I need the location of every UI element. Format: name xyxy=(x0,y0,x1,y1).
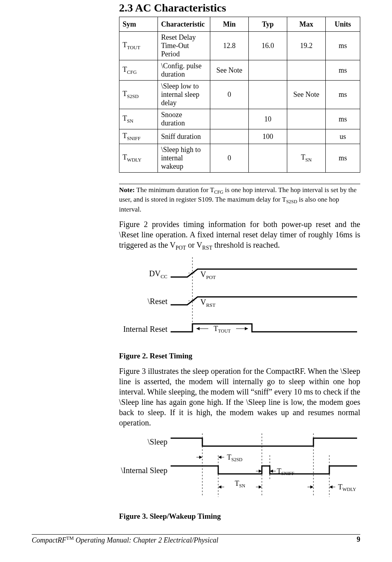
svg-marker-9 xyxy=(196,327,200,330)
note-lead: Note: xyxy=(119,186,135,194)
footer-text: CompactRF xyxy=(32,536,66,544)
svg-text:VRST: VRST xyxy=(200,298,215,308)
note-paragraph: Note: The minimum duration for TCFG is o… xyxy=(119,184,360,214)
svg-text:\Internal Sleep: \Internal Sleep xyxy=(121,466,167,475)
cell-sym: TWDLY xyxy=(119,144,158,173)
cell-typ xyxy=(249,144,287,173)
cell-min: 0 xyxy=(210,144,249,173)
cell-typ: 16.0 xyxy=(249,32,287,60)
cell-sym: TTOUT xyxy=(119,32,158,60)
cell-min: 12.8 xyxy=(210,32,249,60)
footer-left: CompactRFTM Operating Manual: Chapter 2 … xyxy=(32,535,218,545)
footer-text: Operating Manual: Chapter 2 Electrical/P… xyxy=(74,536,218,544)
svg-text:TSN: TSN xyxy=(235,479,246,489)
svg-marker-32 xyxy=(218,485,221,489)
svg-text:DVCC: DVCC xyxy=(149,269,167,279)
svg-marker-37 xyxy=(310,485,313,489)
figure-3-diagram: \Sleep TS2SD \Internal Sleep TSNIFF TSN xyxy=(119,433,360,505)
para-sub: POT xyxy=(175,245,186,251)
cell-typ: 100 xyxy=(249,129,287,144)
svg-marker-11 xyxy=(245,327,248,330)
table-row: TWDLY\Sleep high to internal wakeup0TSNm… xyxy=(119,144,360,173)
cell-characteristic: Reset Delay Time-Out Period xyxy=(158,32,210,60)
note-sub: S2SD xyxy=(286,199,297,205)
svg-marker-39 xyxy=(329,485,332,489)
cell-characteristic: \Sleep low to internal sleep delay xyxy=(158,81,210,109)
cell-max: See Note xyxy=(287,81,326,109)
cell-units: us xyxy=(326,129,360,144)
note-sub: CFG xyxy=(214,189,223,195)
figure-2-diagram: DVCC VPOT \Reset VRST Internal Reset TTO… xyxy=(119,257,360,345)
cell-characteristic: Snooze duration xyxy=(158,109,210,129)
svg-text:TWDLY: TWDLY xyxy=(338,483,356,492)
ac-characteristics-table: Sym Characteristic Min Typ Max Units TTO… xyxy=(119,17,360,173)
cell-characteristic: \Config. pulse duration xyxy=(158,60,210,81)
cell-typ xyxy=(249,60,287,81)
footer-sup: TM xyxy=(66,535,74,541)
cell-units: ms xyxy=(326,109,360,129)
cell-max: TSN xyxy=(287,144,326,173)
col-max: Max xyxy=(287,17,326,32)
svg-text:Internal Reset: Internal Reset xyxy=(123,325,167,333)
table-row: TS2SD\Sleep low to internal sleep delay0… xyxy=(119,81,360,109)
cell-typ: 10 xyxy=(249,109,287,129)
section-heading: 2.3 AC Characteristics xyxy=(119,2,360,14)
cell-sym: TSNIFF xyxy=(119,129,158,144)
figure-3-caption: Figure 3. Sleep/Wakeup Timing xyxy=(119,512,360,521)
cell-typ xyxy=(249,81,287,109)
cell-min: 0 xyxy=(210,81,249,109)
svg-marker-34 xyxy=(259,485,262,489)
table-row: TTOUTReset Delay Time-Out Period12.816.0… xyxy=(119,32,360,60)
paragraph-fig2-intro: Figure 2 provides timing information for… xyxy=(119,219,360,252)
cell-sym: TS2SD xyxy=(119,81,158,109)
table-row: TCFG\Config. pulse durationSee Notems xyxy=(119,60,360,81)
svg-text:\Sleep: \Sleep xyxy=(148,437,167,447)
col-units: Units xyxy=(326,17,360,32)
svg-marker-23 xyxy=(218,456,221,459)
svg-text:VPOT: VPOT xyxy=(200,270,216,280)
page-footer: CompactRFTM Operating Manual: Chapter 2 … xyxy=(32,534,360,545)
table-row: TSNIFFSniff duration100us xyxy=(119,129,360,144)
cell-min xyxy=(210,109,249,129)
svg-text:TSNIFF: TSNIFF xyxy=(277,467,294,476)
page-number: 9 xyxy=(357,535,360,545)
table-header-row: Sym Characteristic Min Typ Max Units xyxy=(119,17,360,32)
cell-units: ms xyxy=(326,81,360,109)
para-sub: RST xyxy=(202,245,213,251)
cell-min xyxy=(210,129,249,144)
table-row: TSNSnooze duration10ms xyxy=(119,109,360,129)
svg-text:\Reset: \Reset xyxy=(148,297,167,306)
cell-max: 19.2 xyxy=(287,32,326,60)
col-sym: Sym xyxy=(119,17,158,32)
para-text: or V xyxy=(186,241,202,249)
para-text: threshold is reached. xyxy=(212,241,280,249)
cell-units: ms xyxy=(326,60,360,81)
svg-text:TTOUT: TTOUT xyxy=(214,325,231,334)
cell-max xyxy=(287,129,326,144)
figure-2-caption: Figure 2. Reset Timing xyxy=(119,352,360,360)
note-text: The minimum duration for T xyxy=(135,186,214,194)
col-char: Characteristic xyxy=(158,17,210,32)
cell-characteristic: \Sleep high to internal wakeup xyxy=(158,144,210,173)
col-min: Min xyxy=(210,17,249,32)
cell-units: ms xyxy=(326,32,360,60)
col-typ: Typ xyxy=(249,17,287,32)
cell-sym: TCFG xyxy=(119,60,158,81)
cell-max xyxy=(287,109,326,129)
cell-sym: TSN xyxy=(119,109,158,129)
paragraph-fig3-intro: Figure 3 illustrates the sleep operation… xyxy=(119,366,360,428)
svg-text:TS2SD: TS2SD xyxy=(227,453,242,462)
cell-max xyxy=(287,60,326,81)
svg-marker-21 xyxy=(199,456,202,459)
cell-min: See Note xyxy=(210,60,249,81)
cell-characteristic: Sniff duration xyxy=(158,129,210,144)
cell-units: ms xyxy=(326,144,360,173)
